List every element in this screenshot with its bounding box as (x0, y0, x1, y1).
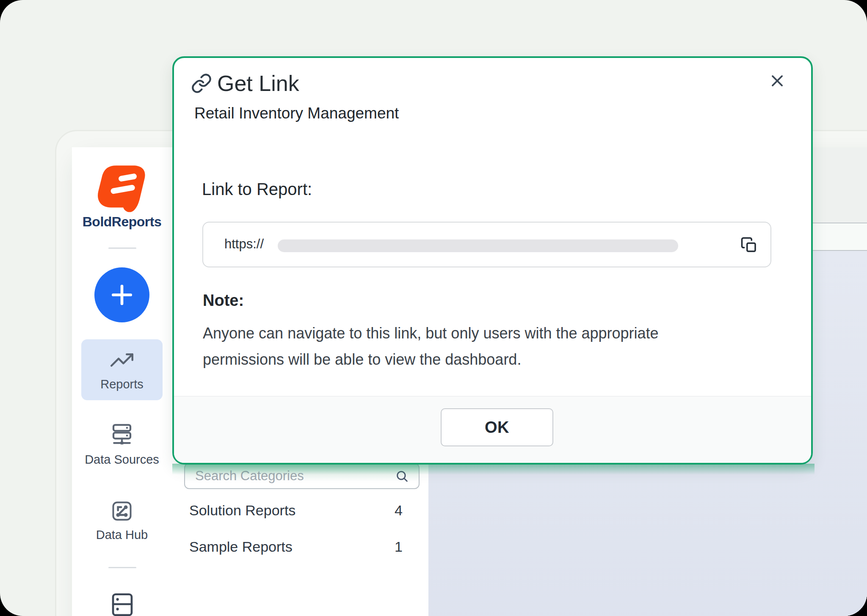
close-icon (769, 73, 785, 89)
add-button[interactable] (94, 267, 149, 322)
dialog-title: Get Link (217, 71, 299, 96)
get-link-dialog: Get Link Retail Inventory Management Lin… (172, 56, 813, 465)
sidebar-item-data-sources[interactable]: Data Sources (72, 422, 172, 467)
sidebar-divider (108, 567, 136, 568)
screenshot-stage: BoldReports Reports (0, 0, 867, 616)
sidebar-divider (108, 248, 136, 249)
dialog-footer: OK (174, 396, 811, 463)
redacted-url-bar (278, 239, 678, 252)
modal-green-glow (172, 464, 815, 475)
server-icon (109, 422, 135, 448)
report-link-field[interactable]: https:// (202, 222, 771, 267)
sidebar: BoldReports Reports (72, 147, 172, 616)
sidebar-item-reports[interactable]: Reports (81, 339, 163, 400)
note-text: Anyone can navigate to this link, but on… (203, 320, 787, 373)
bold-reports-logo-icon (96, 164, 148, 213)
hub-icon (110, 499, 134, 523)
category-row-sample-reports[interactable]: Sample Reports 1 (184, 536, 413, 557)
trending-up-icon (110, 349, 133, 371)
sidebar-item-label: Data Sources (72, 453, 172, 467)
url-prefix: https:// (224, 236, 264, 252)
note-line: permissions will be able to view the das… (203, 346, 787, 373)
sidebar-item-label: Reports (100, 377, 144, 391)
category-label: Solution Reports (184, 502, 295, 519)
category-count: 1 (395, 539, 413, 555)
note-label: Note: (203, 292, 244, 310)
report-name: Retail Inventory Management (194, 104, 399, 122)
category-label: Sample Reports (184, 539, 293, 555)
sidebar-item-label: Data Hub (72, 528, 172, 542)
close-button[interactable] (768, 72, 787, 90)
category-count: 4 (395, 502, 413, 519)
copy-link-button[interactable] (738, 234, 760, 256)
ok-button[interactable]: OK (441, 408, 553, 446)
page-background: BoldReports Reports (0, 0, 867, 616)
copy-icon (740, 236, 758, 254)
archive-icon[interactable] (109, 587, 135, 616)
note-line: Anyone can navigate to this link, but on… (203, 320, 787, 346)
category-row-solution-reports[interactable]: Solution Reports 4 (184, 500, 413, 520)
link-icon (191, 72, 212, 95)
link-section-label: Link to Report: (202, 180, 312, 199)
sidebar-item-data-hub[interactable]: Data Hub (72, 499, 172, 542)
plus-icon (109, 282, 135, 308)
brand-name: BoldReports (72, 214, 172, 230)
